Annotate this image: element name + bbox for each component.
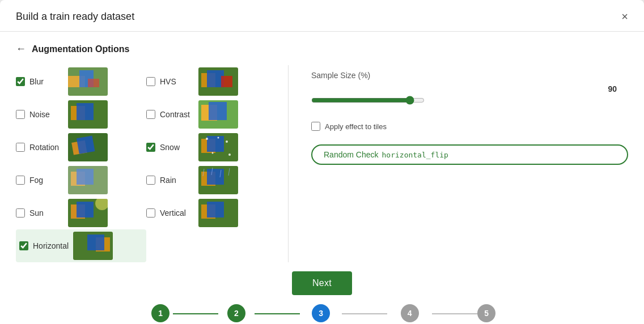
vertical-checkbox[interactable] bbox=[146, 208, 155, 218]
svg-rect-8 bbox=[221, 76, 232, 87]
contrast-checkbox[interactable] bbox=[146, 110, 155, 119]
slider-container: 90 bbox=[311, 84, 628, 105]
step-general: 1 General bbox=[149, 304, 173, 324]
svg-point-22 bbox=[218, 137, 219, 139]
next-button[interactable]: Next bbox=[292, 271, 352, 295]
sample-size-section: Sample Size (%) 90 bbox=[311, 71, 628, 105]
rotation-preview bbox=[68, 133, 108, 161]
sample-size-slider[interactable] bbox=[311, 96, 425, 105]
apply-effect-checkbox[interactable] bbox=[311, 122, 320, 131]
section-header: ← Augmentation Options bbox=[16, 43, 628, 55]
noise-label: Noise bbox=[29, 110, 63, 119]
step-train-test-split: 4 Train/Test Split bbox=[387, 304, 432, 324]
rotation-label: Rotation bbox=[29, 143, 63, 152]
snow-checkbox[interactable] bbox=[146, 143, 155, 152]
svg-rect-46 bbox=[87, 235, 104, 250]
svg-rect-14 bbox=[209, 102, 227, 120]
step-preprocess: 2 Pre-process bbox=[218, 304, 255, 324]
fog-label: Fog bbox=[29, 176, 63, 185]
contrast-label: Contrast bbox=[160, 110, 194, 119]
close-button[interactable]: × bbox=[621, 10, 628, 23]
vertical-preview bbox=[198, 199, 238, 227]
noise-checkbox[interactable] bbox=[16, 110, 25, 119]
sample-size-label: Sample Size (%) bbox=[311, 71, 628, 80]
bottom-area: Next 1 General 2 Pre-process bbox=[16, 262, 628, 324]
step-augmentation: 3 Augmentation bbox=[300, 304, 342, 324]
step-done: 5 Done bbox=[477, 304, 495, 324]
svg-rect-32 bbox=[207, 169, 224, 185]
step-5-number: 5 bbox=[484, 309, 489, 318]
close-icon: × bbox=[621, 10, 628, 23]
blur-label: Blur bbox=[29, 77, 63, 86]
fog-checkbox[interactable] bbox=[16, 176, 25, 185]
option-vertical: Vertical bbox=[146, 197, 277, 229]
option-blur: Blur bbox=[16, 65, 146, 98]
random-check-button[interactable]: Random Check horizontal_flip bbox=[311, 144, 628, 165]
step-3-circle: 3 bbox=[312, 304, 330, 322]
sun-checkbox[interactable] bbox=[16, 208, 25, 218]
blur-checkbox[interactable] bbox=[16, 77, 25, 86]
step-line-1 bbox=[173, 313, 218, 314]
right-panel: Sample Size (%) 90 Apply effect to tiles… bbox=[289, 65, 628, 262]
random-check-code: horizontal_flip bbox=[382, 151, 448, 159]
rain-label: Rain bbox=[160, 176, 194, 185]
option-horizontal: Horizontal bbox=[16, 229, 146, 262]
modal-container: Build a train ready dataset × ← Augmenta… bbox=[0, 0, 644, 324]
horizontal-preview bbox=[73, 232, 113, 260]
svg-point-21 bbox=[206, 138, 208, 140]
section-title: Augmentation Options bbox=[32, 44, 129, 54]
rain-checkbox[interactable] bbox=[146, 176, 155, 185]
rain-preview bbox=[198, 166, 238, 194]
modal-header: Build a train ready dataset × bbox=[0, 0, 644, 32]
svg-rect-17 bbox=[77, 135, 95, 154]
blur-preview bbox=[68, 67, 108, 96]
fog-preview bbox=[68, 166, 108, 194]
hvs-checkbox[interactable] bbox=[146, 77, 155, 86]
svg-rect-11 bbox=[77, 103, 94, 120]
back-arrow-icon[interactable]: ← bbox=[16, 43, 26, 55]
option-noise: Noise bbox=[16, 98, 146, 131]
svg-rect-39 bbox=[77, 202, 94, 218]
step-2-circle: 2 bbox=[227, 304, 245, 322]
content-area: Blur HVS bbox=[16, 65, 628, 262]
snow-preview bbox=[198, 133, 238, 161]
random-check-label: Random Check bbox=[324, 150, 379, 159]
svg-rect-4 bbox=[68, 67, 108, 96]
rotation-checkbox[interactable] bbox=[16, 143, 25, 152]
svg-rect-29 bbox=[68, 166, 108, 194]
horizontal-checkbox[interactable] bbox=[19, 241, 28, 250]
horizontal-label: Horizontal bbox=[33, 241, 69, 250]
svg-point-24 bbox=[212, 152, 214, 154]
slider-wrapper bbox=[311, 96, 628, 105]
options-grid: Blur HVS bbox=[16, 65, 289, 262]
snow-label: Snow bbox=[160, 143, 194, 152]
step-1-number: 1 bbox=[158, 309, 163, 318]
step-5-circle: 5 bbox=[477, 304, 495, 322]
sun-label: Sun bbox=[29, 208, 63, 218]
option-fog: Fog bbox=[16, 164, 146, 197]
option-contrast: Contrast bbox=[146, 98, 277, 131]
vertical-label: Vertical bbox=[160, 208, 194, 218]
modal-body: ← Augmentation Options Blur bbox=[0, 32, 644, 324]
apply-effect-row: Apply effect to tiles bbox=[311, 122, 628, 131]
option-rain: Rain bbox=[146, 164, 277, 197]
option-hvs: HVS bbox=[146, 65, 277, 98]
step-2-number: 2 bbox=[234, 309, 239, 318]
slider-value: 90 bbox=[311, 84, 628, 93]
svg-point-23 bbox=[226, 140, 228, 143]
option-rotation: Rotation bbox=[16, 131, 146, 164]
contrast-preview bbox=[198, 100, 238, 129]
hvs-preview bbox=[198, 67, 238, 96]
modal-title: Build a train ready dataset bbox=[16, 11, 134, 23]
step-line-2 bbox=[255, 313, 300, 314]
noise-preview bbox=[68, 100, 108, 129]
svg-rect-43 bbox=[207, 202, 224, 218]
svg-rect-20 bbox=[207, 136, 224, 152]
sun-preview bbox=[68, 199, 108, 227]
svg-point-25 bbox=[228, 154, 231, 156]
option-sun: Sun bbox=[16, 197, 146, 229]
option-snow: Snow bbox=[146, 131, 277, 164]
step-1-circle: 1 bbox=[151, 304, 170, 322]
step-3-number: 3 bbox=[319, 309, 323, 318]
apply-effect-label: Apply effect to tiles bbox=[325, 122, 387, 131]
